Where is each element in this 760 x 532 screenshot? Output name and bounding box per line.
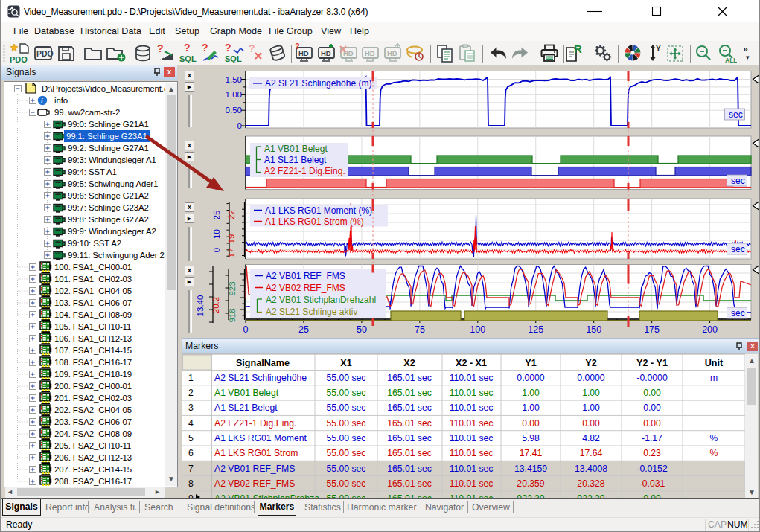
svg-text:A2 VB01 REF_FMS: A2 VB01 REF_FMS (214, 464, 295, 474)
svg-text:A1 LKS RG01 Moment: A1 LKS RG01 Moment (214, 433, 307, 443)
svg-text:X2: X2 (403, 358, 415, 368)
svg-text:X1: X1 (340, 358, 351, 368)
svg-text:m: m (710, 373, 718, 383)
svg-text:55.00 sec: 55.00 sec (327, 388, 366, 398)
svg-text:110.01 sec: 110.01 sec (450, 373, 494, 383)
svg-text:17.64: 17.64 (580, 448, 603, 458)
svg-text:0.0000: 0.0000 (577, 373, 604, 383)
svg-text:13.4159: 13.4159 (514, 464, 547, 474)
svg-text:%: % (710, 448, 718, 458)
svg-text:1: 1 (188, 373, 194, 383)
svg-text:A2 SL21 Schlingehöhe: A2 SL21 Schlingehöhe (214, 373, 307, 383)
svg-text:165.01 sec: 165.01 sec (387, 418, 432, 429)
svg-text:A2 FZ21-1 Dig.Eing.: A2 FZ21-1 Dig.Eing. (214, 418, 296, 429)
svg-text:55.00 sec: 55.00 sec (327, 433, 366, 443)
svg-text:1.00: 1.00 (582, 403, 600, 413)
svg-text:55.00 sec: 55.00 sec (327, 373, 366, 383)
svg-text:-0.0152: -0.0152 (636, 464, 668, 474)
svg-text:55.00 sec: 55.00 sec (327, 478, 366, 489)
svg-text:165.01 sec: 165.01 sec (387, 388, 432, 398)
svg-text:13.4008: 13.4008 (575, 464, 607, 474)
svg-text:20.359: 20.359 (517, 478, 544, 489)
svg-text:A2 VB02 REF_FMS: A2 VB02 REF_FMS (214, 478, 295, 489)
svg-text:1.00: 1.00 (522, 388, 540, 398)
svg-text:X2 - X1: X2 - X1 (456, 358, 487, 368)
svg-text:0.00: 0.00 (582, 418, 600, 429)
svg-text:17.41: 17.41 (520, 448, 543, 458)
svg-text:0.23: 0.23 (643, 448, 661, 458)
svg-text:6: 6 (188, 448, 194, 458)
svg-text:110.01 sec: 110.01 sec (450, 478, 494, 489)
svg-text:55.00 sec: 55.00 sec (327, 418, 366, 429)
svg-text:110.01 sec: 110.01 sec (450, 418, 494, 429)
svg-text:165.01 sec: 165.01 sec (387, 403, 432, 413)
svg-text:165.01 sec: 165.01 sec (387, 433, 432, 443)
svg-text:2: 2 (188, 388, 194, 398)
svg-text:A1 SL21 Belegt: A1 SL21 Belegt (214, 403, 278, 413)
svg-text:110.01 sec: 110.01 sec (450, 388, 494, 398)
svg-text:0.00: 0.00 (522, 418, 540, 429)
svg-text:55.00 sec: 55.00 sec (327, 403, 366, 413)
svg-text:-1.17: -1.17 (642, 433, 662, 443)
svg-text:0.00: 0.00 (643, 388, 661, 398)
svg-text:55.00 sec: 55.00 sec (327, 448, 366, 458)
svg-text:Y2: Y2 (585, 358, 596, 368)
svg-text:165.01 sec: 165.01 sec (387, 373, 432, 383)
svg-text:110.01 sec: 110.01 sec (450, 464, 494, 474)
svg-text:0.00: 0.00 (643, 403, 661, 413)
svg-text:Y1: Y1 (525, 358, 536, 368)
svg-text:110.01 sec: 110.01 sec (450, 433, 494, 443)
svg-text:165.01 sec: 165.01 sec (387, 478, 432, 489)
svg-text:Unit: Unit (705, 358, 724, 368)
svg-text:5: 5 (188, 433, 194, 443)
svg-text:0.00: 0.00 (643, 418, 661, 429)
svg-text:110.01 sec: 110.01 sec (450, 448, 494, 458)
svg-text:4: 4 (188, 418, 194, 429)
svg-text:8: 8 (188, 478, 194, 489)
svg-text:0.0000: 0.0000 (517, 373, 544, 383)
svg-text:-0.0000: -0.0000 (636, 373, 668, 383)
svg-text:SignalName: SignalName (236, 358, 290, 368)
svg-text:7: 7 (188, 464, 194, 474)
svg-text:165.01 sec: 165.01 sec (387, 464, 432, 474)
svg-text:Y2 - Y1: Y2 - Y1 (636, 358, 668, 368)
svg-text:5.98: 5.98 (522, 433, 540, 443)
svg-text:3: 3 (188, 403, 194, 413)
svg-text:165.01 sec: 165.01 sec (387, 448, 432, 458)
svg-text:A1 LKS RG01 Strom: A1 LKS RG01 Strom (214, 448, 298, 458)
svg-text:4.82: 4.82 (582, 433, 600, 443)
svg-text:1.00: 1.00 (582, 388, 600, 398)
svg-text:-0.031: -0.031 (639, 478, 665, 489)
svg-text:%: % (710, 433, 718, 443)
svg-text:A1 VB01 Belegt: A1 VB01 Belegt (214, 388, 279, 398)
svg-text:110.01 sec: 110.01 sec (450, 403, 494, 413)
svg-text:20.328: 20.328 (577, 478, 604, 489)
svg-text:55.00 sec: 55.00 sec (327, 464, 366, 474)
svg-text:1.00: 1.00 (522, 403, 540, 413)
